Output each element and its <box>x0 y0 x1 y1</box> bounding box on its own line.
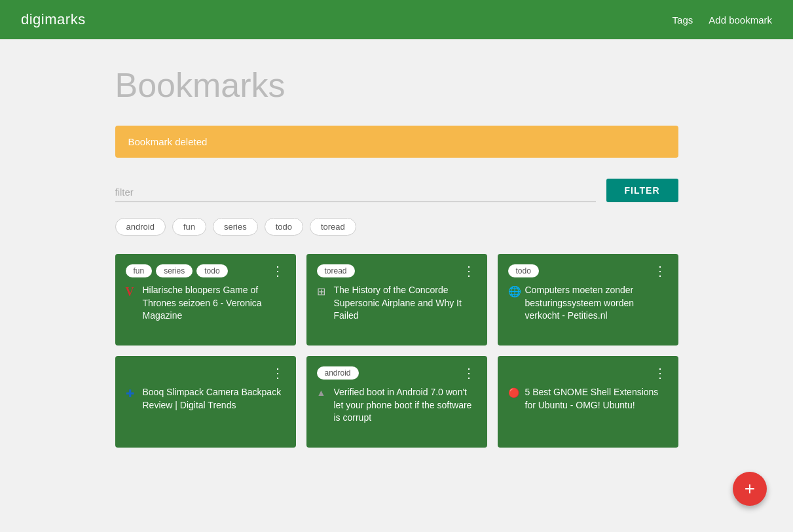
cards-grid: funseriestodo⋮VHilarische bloopers Game … <box>115 254 678 448</box>
tag-chip[interactable]: fun <box>172 218 206 236</box>
card-menu-icon[interactable]: ⋮ <box>461 264 477 277</box>
card-favicon: 🌐 <box>508 285 520 297</box>
card-title[interactable]: The History of the Concorde Supersonic A… <box>334 284 477 323</box>
card-menu-icon[interactable]: ⋮ <box>270 366 286 380</box>
bookmark-card: ⋮✚Booq Slimpack Camera Backpack Review |… <box>115 356 296 448</box>
header-nav: Tags Add bookmark <box>673 14 772 26</box>
card-tag-chip[interactable]: todo <box>508 264 539 277</box>
card-tag-chip[interactable]: toread <box>317 264 355 277</box>
card-tag-chip[interactable]: fun <box>126 264 153 277</box>
card-header: ⋮ <box>508 366 668 380</box>
filter-input[interactable] <box>115 183 596 202</box>
card-favicon: 🔴 <box>508 387 520 399</box>
notification-banner: Bookmark deleted <box>115 126 678 158</box>
card-tags: todo <box>508 264 539 277</box>
card-menu-icon[interactable]: ⋮ <box>270 264 286 277</box>
card-tag-chip[interactable]: series <box>156 264 193 277</box>
card-header: ⋮ <box>126 366 286 380</box>
card-tags: funseriestodo <box>126 264 228 277</box>
card-content: 🌐Computers moeten zonder besturingssyste… <box>508 284 668 323</box>
app-logo: digimarks <box>21 11 86 28</box>
tags-row: androidfunseriestodotoread <box>115 218 678 236</box>
card-favicon: ▲ <box>317 387 329 399</box>
notification-message: Bookmark deleted <box>128 136 208 147</box>
add-fab-button[interactable]: + <box>733 472 767 506</box>
tag-chip[interactable]: todo <box>265 218 303 236</box>
card-title[interactable]: Hilarische bloopers Game of Thrones seiz… <box>143 284 286 323</box>
bookmark-card: ⋮🔴5 Best GNOME Shell Extensions for Ubun… <box>498 356 678 448</box>
card-title[interactable]: Verified boot in Android 7.0 won't let y… <box>334 386 477 425</box>
filter-button[interactable]: FILTER <box>606 179 678 202</box>
card-menu-icon[interactable]: ⋮ <box>652 366 668 380</box>
card-tag-chip[interactable]: android <box>317 366 359 380</box>
card-favicon: ⊞ <box>317 285 329 297</box>
card-content: 🔴5 Best GNOME Shell Extensions for Ubunt… <box>508 386 668 412</box>
card-favicon: V <box>126 285 138 297</box>
bookmark-card: todo⋮🌐Computers moeten zonder besturings… <box>498 254 678 346</box>
app-header: digimarks Tags Add bookmark <box>0 0 793 39</box>
card-title[interactable]: Computers moeten zonder besturingssystee… <box>525 284 668 323</box>
card-favicon: ✚ <box>126 387 138 399</box>
card-tags: android <box>317 366 359 380</box>
card-content: ▲Verified boot in Android 7.0 won't let … <box>317 386 477 425</box>
card-title[interactable]: 5 Best GNOME Shell Extensions for Ubuntu… <box>525 386 668 412</box>
card-menu-icon[interactable]: ⋮ <box>461 366 477 380</box>
tag-chip[interactable]: android <box>115 218 166 236</box>
card-tag-chip[interactable]: todo <box>196 264 227 277</box>
card-menu-icon[interactable]: ⋮ <box>652 264 668 277</box>
nav-tags-link[interactable]: Tags <box>673 14 693 26</box>
card-header: todo⋮ <box>508 264 668 277</box>
main-content: Bookmarks Bookmark deleted FILTER androi… <box>102 39 692 474</box>
nav-add-bookmark-link[interactable]: Add bookmark <box>709 14 772 26</box>
tag-chip[interactable]: toread <box>310 218 356 236</box>
page-title: Bookmarks <box>115 65 678 105</box>
card-header: funseriestodo⋮ <box>126 264 286 277</box>
card-header: android⋮ <box>317 366 477 380</box>
card-content: ⊞The History of the Concorde Supersonic … <box>317 284 477 323</box>
card-title[interactable]: Booq Slimpack Camera Backpack Review | D… <box>143 386 286 412</box>
tag-chip[interactable]: series <box>213 218 258 236</box>
filter-row: FILTER <box>115 179 678 202</box>
card-content: VHilarische bloopers Game of Thrones sei… <box>126 284 286 323</box>
card-tags: toread <box>317 264 355 277</box>
bookmark-card: toread⋮⊞The History of the Concorde Supe… <box>306 254 487 346</box>
bookmark-card: android⋮▲Verified boot in Android 7.0 wo… <box>306 356 487 448</box>
bookmark-card: funseriestodo⋮VHilarische bloopers Game … <box>115 254 296 346</box>
card-content: ✚Booq Slimpack Camera Backpack Review | … <box>126 386 286 412</box>
card-header: toread⋮ <box>317 264 477 277</box>
